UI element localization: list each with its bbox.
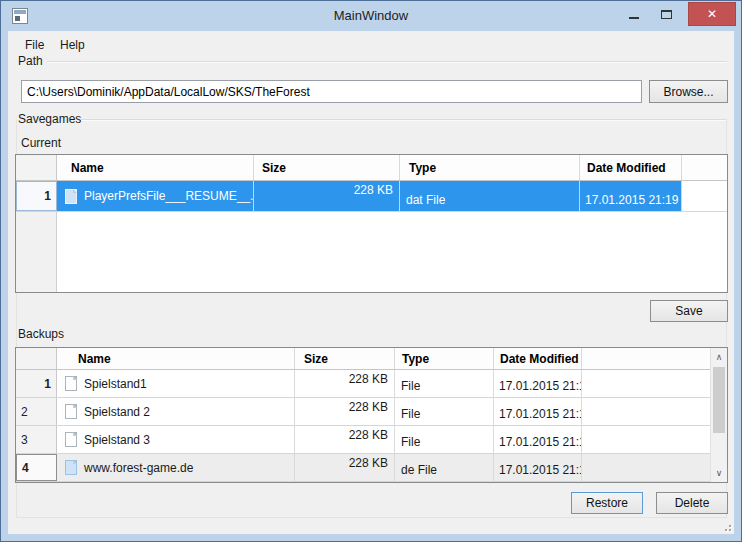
minimize-icon [629, 17, 639, 19]
browse-button[interactable]: Browse... [649, 80, 728, 103]
table-row[interactable]: 1 PlayerPrefsFile___RESUME__.dat 228 KB … [16, 181, 727, 212]
path-group-line [47, 61, 727, 62]
row-number[interactable]: 1 [16, 370, 57, 397]
file-icon [65, 189, 77, 204]
type-text: de File [401, 463, 437, 477]
menu-help[interactable]: Help [57, 37, 88, 53]
modified-text: 17.01.2015 21:19 [499, 435, 582, 449]
resize-grip-icon[interactable] [721, 521, 731, 531]
current-label: Current [21, 136, 61, 150]
row-header-strip [16, 212, 57, 292]
modified-cell[interactable]: 17.01.2015 21:19 [494, 370, 582, 397]
row-number[interactable]: 4 [16, 454, 57, 481]
scroll-down-icon[interactable]: ∨ [711, 465, 727, 481]
title-bar[interactable]: MainWindow ✕ [2, 1, 740, 31]
file-name: PlayerPrefsFile___RESUME__.dat [84, 189, 254, 203]
menu-file[interactable]: File [22, 37, 47, 53]
table-row[interactable]: 2 Spielstand 2 228 KB File 17.01.2015 21… [16, 398, 710, 426]
name-cell[interactable]: Spielstand 3 [57, 426, 295, 453]
file-icon [65, 404, 77, 419]
filler-cell [682, 181, 727, 211]
size-cell[interactable]: 228 KB [295, 426, 395, 453]
type-text: File [401, 435, 420, 449]
type-text: dat File [406, 193, 445, 207]
scrollbar-thumb[interactable] [713, 367, 725, 433]
modified-cell[interactable]: 17.01.2015 21:19 [580, 181, 682, 211]
close-icon: ✕ [707, 7, 717, 21]
modified-text: 17.01.2015 21:19 [499, 379, 582, 393]
type-cell[interactable]: de File [395, 454, 494, 481]
filler-cell [582, 370, 710, 397]
current-header-name[interactable]: Name [57, 155, 254, 180]
table-row[interactable]: 1 Spielstand1 228 KB File 17.01.2015 21:… [16, 370, 710, 398]
backups-header-rownum[interactable] [16, 348, 57, 369]
scroll-up-icon[interactable]: ∧ [711, 349, 727, 365]
row-number[interactable]: 2 [16, 398, 57, 425]
current-header-modified[interactable]: Date Modified [580, 155, 682, 180]
current-grid: Name Size Type Date Modified 1 PlayerPre… [15, 154, 728, 293]
close-button[interactable]: ✕ [688, 2, 736, 26]
maximize-button[interactable] [650, 2, 682, 26]
filler-cell [582, 426, 710, 453]
file-name: Spielstand1 [84, 377, 147, 391]
modified-text: 17.01.2015 21:19 [585, 193, 678, 207]
filler-cell [582, 398, 710, 425]
type-cell[interactable]: File [395, 398, 494, 425]
modified-cell[interactable]: 17.01.2015 21:19 [494, 454, 582, 481]
current-header-rownum[interactable] [16, 155, 57, 180]
main-window: MainWindow ✕ File Help Path Browse... Sa… [0, 0, 742, 542]
name-cell[interactable]: PlayerPrefsFile___RESUME__.dat [57, 181, 254, 211]
backups-grid-header: Name Size Type Date Modified [16, 348, 710, 370]
backups-label: Backups [18, 327, 64, 341]
savegames-group-label: Savegames [18, 112, 81, 126]
type-cell[interactable]: dat File [400, 181, 580, 211]
path-input[interactable] [21, 80, 642, 103]
path-group-label: Path [18, 54, 43, 68]
current-header-filler [682, 155, 727, 180]
modified-cell[interactable]: 17.01.2015 21:19 [494, 398, 582, 425]
save-button[interactable]: Save [650, 300, 728, 322]
filler-cell [582, 454, 710, 481]
restore-button[interactable]: Restore [571, 492, 643, 514]
delete-button[interactable]: Delete [656, 492, 728, 514]
type-cell[interactable]: File [395, 426, 494, 453]
table-row[interactable]: 4 www.forest-game.de 228 KB de File 17.0… [16, 454, 710, 482]
modified-text: 17.01.2015 21:19 [499, 463, 582, 477]
maximize-icon [661, 10, 672, 19]
type-text: File [401, 407, 420, 421]
modified-text: 17.01.2015 21:19 [499, 407, 582, 421]
vertical-scrollbar[interactable]: ∧ ∨ [710, 348, 727, 482]
savegames-group-line [81, 119, 727, 120]
name-cell[interactable]: Spielstand1 [57, 370, 295, 397]
client-area: File Help Path Browse... Savegames Curre… [8, 31, 734, 534]
file-name: www.forest-game.de [84, 461, 193, 475]
minimize-button[interactable] [618, 2, 650, 26]
file-name: Spielstand 2 [84, 405, 150, 419]
backups-grid: Name Size Type Date Modified 1 Spielstan… [15, 347, 728, 483]
row-number[interactable]: 1 [16, 181, 57, 211]
size-cell[interactable]: 228 KB [295, 398, 395, 425]
backups-header-type[interactable]: Type [395, 348, 494, 369]
size-cell[interactable]: 228 KB [295, 454, 395, 481]
name-cell[interactable]: Spielstand 2 [57, 398, 295, 425]
backups-header-name[interactable]: Name [57, 348, 295, 369]
row-number[interactable]: 3 [16, 426, 57, 453]
file-icon [65, 432, 77, 447]
backups-header-filler [582, 348, 710, 369]
type-cell[interactable]: File [395, 370, 494, 397]
current-grid-header: Name Size Type Date Modified [16, 155, 727, 181]
current-header-size[interactable]: Size [254, 155, 400, 180]
backups-grid-body: 1 Spielstand1 228 KB File 17.01.2015 21:… [16, 370, 710, 482]
table-row[interactable]: 3 Spielstand 3 228 KB File 17.01.2015 21… [16, 426, 710, 454]
type-text: File [401, 379, 420, 393]
current-header-type[interactable]: Type [400, 155, 580, 180]
name-cell[interactable]: www.forest-game.de [57, 454, 295, 481]
file-icon [65, 460, 77, 475]
backups-header-size[interactable]: Size [295, 348, 395, 369]
backups-header-modified[interactable]: Date Modified [494, 348, 582, 369]
file-icon [65, 376, 77, 391]
file-name: Spielstand 3 [84, 433, 150, 447]
modified-cell[interactable]: 17.01.2015 21:19 [494, 426, 582, 453]
size-cell[interactable]: 228 KB [254, 181, 400, 211]
size-cell[interactable]: 228 KB [295, 370, 395, 397]
